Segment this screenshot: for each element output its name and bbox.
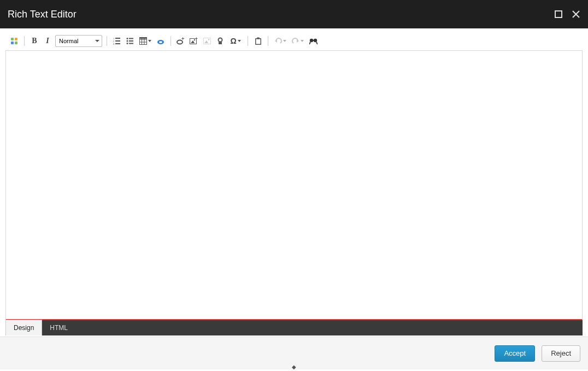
- svg-rect-5: [11, 42, 14, 44]
- chevron-down-icon: [283, 40, 286, 42]
- window-controls: [554, 10, 580, 19]
- italic-button[interactable]: I: [42, 36, 53, 46]
- svg-rect-16: [129, 40, 133, 42]
- chevron-down-icon: [301, 40, 304, 42]
- svg-text:+: +: [195, 37, 198, 41]
- chevron-down-icon: [95, 40, 99, 42]
- link-button[interactable]: [155, 36, 166, 46]
- tab-design[interactable]: Design: [5, 320, 42, 335]
- ordered-list-button[interactable]: 123: [111, 36, 122, 46]
- svg-point-15: [127, 40, 128, 42]
- svg-rect-24: [139, 37, 147, 39]
- reject-button[interactable]: Reject: [542, 345, 580, 362]
- svg-point-35: [208, 39, 210, 40]
- svg-point-26: [159, 41, 162, 43]
- toolbar-separator: [107, 36, 107, 46]
- svg-rect-6: [15, 42, 17, 44]
- svg-point-17: [127, 43, 128, 44]
- embed-icon[interactable]: [215, 36, 226, 46]
- redo-button[interactable]: [290, 36, 305, 46]
- resize-handle-icon[interactable]: ◆: [292, 364, 296, 370]
- format-dropdown[interactable]: Normal: [55, 35, 102, 47]
- accept-button[interactable]: Accept: [495, 345, 535, 362]
- editor-main: B I Normal 123 +: [0, 28, 588, 335]
- close-button[interactable]: [572, 10, 580, 19]
- maximize-button[interactable]: [554, 10, 563, 19]
- svg-rect-40: [257, 37, 260, 39]
- svg-rect-39: [256, 39, 260, 44]
- unordered-list-button[interactable]: [125, 36, 136, 46]
- svg-rect-4: [15, 38, 17, 40]
- svg-rect-12: [115, 43, 120, 44]
- omega-icon: Ω: [230, 37, 236, 45]
- window-title: Rich Text Editor: [8, 9, 77, 20]
- modules-icon[interactable]: [9, 36, 20, 46]
- svg-marker-30: [191, 40, 195, 43]
- editor-toolbar: B I Normal 123 +: [5, 34, 583, 50]
- bold-button[interactable]: B: [29, 36, 40, 46]
- toolbar-separator: [24, 36, 25, 46]
- svg-line-47: [316, 42, 317, 44]
- svg-point-36: [219, 38, 222, 42]
- svg-text:3: 3: [113, 43, 115, 45]
- tab-html[interactable]: HTML: [42, 320, 75, 335]
- svg-rect-45: [313, 40, 314, 41]
- paste-button[interactable]: [252, 36, 263, 46]
- svg-point-13: [127, 38, 128, 39]
- insert-table-button[interactable]: [138, 36, 153, 46]
- special-char-button[interactable]: Ω: [228, 36, 243, 46]
- svg-rect-3: [11, 38, 14, 40]
- svg-rect-10: [115, 40, 120, 42]
- chevron-down-icon: [148, 40, 151, 42]
- find-button[interactable]: [308, 36, 319, 46]
- insert-image-icon[interactable]: +: [189, 36, 199, 46]
- svg-line-46: [309, 42, 310, 44]
- title-bar: Rich Text Editor: [0, 0, 588, 28]
- svg-rect-37: [219, 42, 222, 44]
- undo-button[interactable]: [273, 36, 288, 46]
- editor-content-area[interactable]: [6, 51, 582, 319]
- toolbar-separator: [268, 36, 268, 46]
- toolbar-separator: [248, 36, 248, 46]
- svg-rect-8: [115, 38, 120, 39]
- chevron-down-icon: [238, 40, 241, 42]
- editor-canvas-frame: [5, 50, 583, 320]
- insert-link-icon[interactable]: +: [175, 36, 186, 46]
- svg-marker-34: [204, 40, 208, 43]
- svg-rect-18: [129, 43, 133, 44]
- view-tabstrip: Design HTML: [5, 320, 583, 335]
- svg-text:+: +: [181, 37, 184, 42]
- toolbar-separator: [170, 36, 171, 46]
- svg-rect-14: [129, 38, 133, 39]
- image-selection-icon[interactable]: [202, 36, 213, 46]
- svg-rect-0: [555, 11, 562, 17]
- format-value: Normal: [59, 38, 78, 44]
